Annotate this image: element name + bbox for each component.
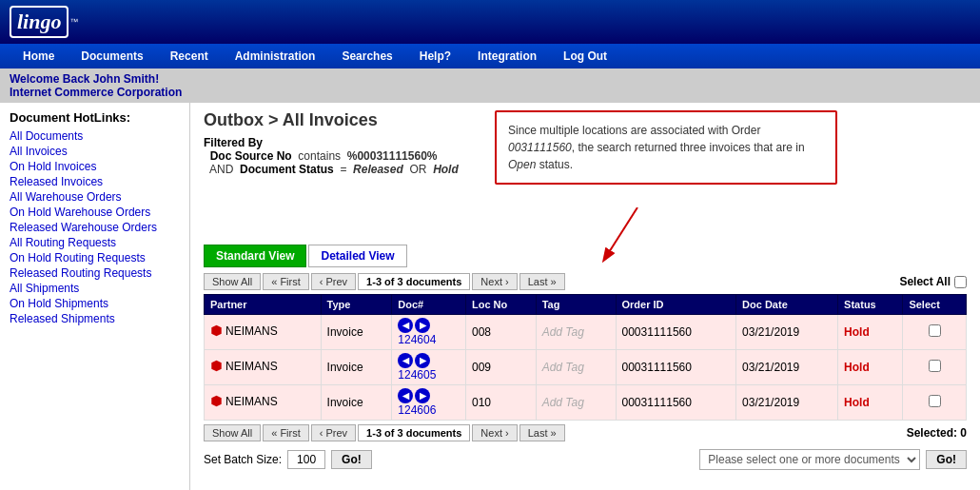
show-all-top[interactable]: Show All <box>204 273 261 290</box>
document-action-select[interactable]: Please select one or more documents <box>699 449 920 470</box>
logo-text: lingo <box>10 6 69 38</box>
tooltip-box: Since multiple locations are associated … <box>495 110 837 185</box>
last-page-bottom[interactable]: Last » <box>519 424 565 441</box>
batch-size-input[interactable] <box>287 450 325 469</box>
sidebar-link-onhold-invoices[interactable]: On Hold Invoices <box>10 159 180 174</box>
col-docdate: Doc Date <box>736 295 838 315</box>
batch-go-button[interactable]: Go! <box>331 450 372 469</box>
cell-status: Hold <box>838 315 903 350</box>
cell-locno: 008 <box>466 315 537 350</box>
col-select: Select <box>903 295 967 315</box>
nav-administration[interactable]: Administration <box>222 46 329 67</box>
first-page-top[interactable]: « First <box>263 273 309 290</box>
cell-tag[interactable]: Add Tag <box>536 315 616 350</box>
sidebar-link-all-routing[interactable]: All Routing Requests <box>10 235 180 250</box>
page-area: Outbox > All Invoices Filtered By Doc So… <box>190 103 980 490</box>
filter-value2b: Hold <box>433 163 459 176</box>
sidebar-link-onhold-warehouse-orders[interactable]: On Hold Warehouse Orders <box>10 205 180 220</box>
sidebar-link-released-warehouse-orders[interactable]: Released Warehouse Orders <box>10 220 180 235</box>
prev-page-bottom[interactable]: ‹ Prev <box>311 424 356 441</box>
nav-recent[interactable]: Recent <box>157 46 222 67</box>
tooltip-text2: , the search returned three invoices tha… <box>572 141 805 154</box>
cell-select[interactable] <box>903 350 967 385</box>
table-row: NEIMANSInvoice◀▶ 124606010Add Tag0003111… <box>205 385 967 421</box>
doc-link[interactable]: 124605 <box>398 368 436 382</box>
row-checkbox[interactable] <box>929 324 941 337</box>
cell-locno: 010 <box>466 385 537 421</box>
first-page-bottom[interactable]: « First <box>263 424 309 441</box>
cell-orderid: 00031111560 <box>616 350 736 385</box>
nav-logout[interactable]: Log Out <box>550 46 620 67</box>
cell-type: Invoice <box>321 385 392 421</box>
detailed-view-button[interactable]: Detailed View <box>308 245 406 267</box>
nav-documents[interactable]: Documents <box>68 46 156 67</box>
filter-label: Filtered By <box>204 136 263 149</box>
col-partner: Partner <box>205 295 322 315</box>
doc-link[interactable]: 124606 <box>398 403 436 417</box>
prev-page-top[interactable]: ‹ Prev <box>311 273 356 290</box>
nav-searches[interactable]: Searches <box>328 46 405 67</box>
nav-help[interactable]: Help? <box>406 46 464 67</box>
row-checkbox[interactable] <box>929 360 941 372</box>
nav-right-icon[interactable]: ▶ <box>415 388 430 403</box>
select-all-checkbox[interactable] <box>954 276 967 288</box>
cell-select[interactable] <box>903 385 967 421</box>
cell-locno: 009 <box>466 350 537 385</box>
sidebar-title: Document HotLinks: <box>10 110 180 125</box>
row-checkbox[interactable] <box>929 395 941 407</box>
col-locno: Loc No <box>466 295 537 315</box>
cell-select[interactable] <box>903 315 967 350</box>
table-row: NEIMANSInvoice◀▶ 124605009Add Tag0003111… <box>205 350 967 385</box>
tooltip-text3: status. <box>536 158 573 171</box>
last-page-top[interactable]: Last » <box>519 273 565 290</box>
sidebar-link-onhold-routing[interactable]: On Hold Routing Requests <box>10 250 180 265</box>
nav-left-icon[interactable]: ◀ <box>398 318 413 333</box>
cell-status: Hold <box>838 385 903 421</box>
standard-view-button[interactable]: Standard View <box>204 245 306 267</box>
col-status: Status <box>838 295 903 315</box>
sidebar-link-all-invoices[interactable]: All Invoices <box>10 144 180 159</box>
cell-type: Invoice <box>321 350 392 385</box>
filter-op1: contains <box>298 149 341 163</box>
nav-home[interactable]: Home <box>10 46 68 67</box>
cell-docdate: 03/21/2019 <box>736 385 838 421</box>
next-page-top[interactable]: Next › <box>472 273 517 290</box>
sidebar-link-all-warehouse-orders[interactable]: All Warehouse Orders <box>10 189 180 205</box>
cell-orderid: 00031111560 <box>616 385 736 421</box>
filter-field2: Document Status <box>240 163 334 176</box>
col-orderid: Order ID <box>616 295 736 315</box>
doc-action-go-button[interactable]: Go! <box>926 450 967 469</box>
nav-integration[interactable]: Integration <box>464 46 550 67</box>
sidebar-link-released-invoices[interactable]: Released Invoices <box>10 174 180 189</box>
nav-left-icon[interactable]: ◀ <box>398 388 413 403</box>
table-row: NEIMANSInvoice◀▶ 124604008Add Tag0003111… <box>205 315 967 350</box>
nav-left-icon[interactable]: ◀ <box>398 353 413 368</box>
sidebar-link-all-documents[interactable]: All Documents <box>10 128 180 144</box>
nav-bar: Home Documents Recent Administration Sea… <box>0 44 980 69</box>
sidebar-link-onhold-shipments[interactable]: On Hold Shipments <box>10 296 180 311</box>
cell-tag[interactable]: Add Tag <box>536 385 616 421</box>
show-all-bottom[interactable]: Show All <box>204 424 261 441</box>
view-buttons: Standard View Detailed View <box>204 245 967 267</box>
page-info-bottom: 1-3 of 3 documents <box>358 424 470 441</box>
sidebar-link-released-routing[interactable]: Released Routing Requests <box>10 265 180 281</box>
nav-right-icon[interactable]: ▶ <box>415 318 430 333</box>
svg-marker-4 <box>211 396 221 407</box>
sidebar-link-released-shipments[interactable]: Released Shipments <box>10 311 180 326</box>
sidebar: Document HotLinks: All Documents All Inv… <box>0 103 190 490</box>
next-page-bottom[interactable]: Next › <box>472 424 517 441</box>
cell-tag[interactable]: Add Tag <box>536 350 616 385</box>
cell-orderid: 00031111560 <box>616 315 736 350</box>
tooltip-order: 0031111560 <box>508 141 572 154</box>
filter-join2: OR <box>409 163 426 176</box>
filter-op2: = <box>340 163 346 176</box>
cell-partner: NEIMANS <box>205 315 322 350</box>
cell-docdate: 03/21/2019 <box>736 350 838 385</box>
cell-partner: NEIMANS <box>205 350 322 385</box>
sidebar-link-all-shipments[interactable]: All Shipments <box>10 281 180 296</box>
svg-marker-3 <box>211 361 221 372</box>
col-tag: Tag <box>536 295 616 315</box>
nav-right-icon[interactable]: ▶ <box>415 353 430 368</box>
doc-link[interactable]: 124604 <box>398 333 436 346</box>
tooltip-arrow <box>599 207 695 265</box>
